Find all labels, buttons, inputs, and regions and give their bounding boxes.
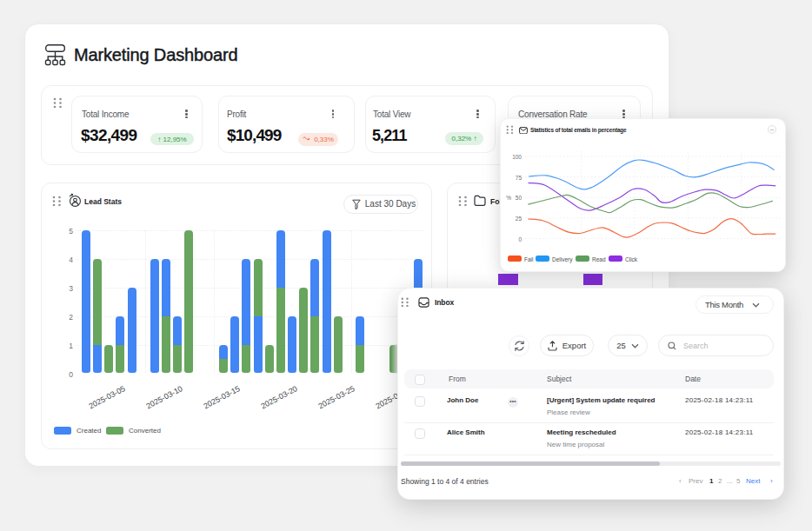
svg-text:%: % (506, 195, 511, 201)
svg-text:50: 50 (516, 195, 522, 201)
svg-text:Delivery: Delivery (552, 256, 573, 263)
svg-text:75: 75 (516, 175, 522, 181)
svg-text:Click: Click (625, 256, 638, 262)
svg-text:0: 0 (518, 236, 522, 242)
svg-text:25: 25 (516, 216, 522, 222)
svg-text:Fail: Fail (524, 256, 534, 262)
svg-text:100: 100 (512, 154, 522, 160)
svg-text:Read: Read (592, 256, 606, 262)
